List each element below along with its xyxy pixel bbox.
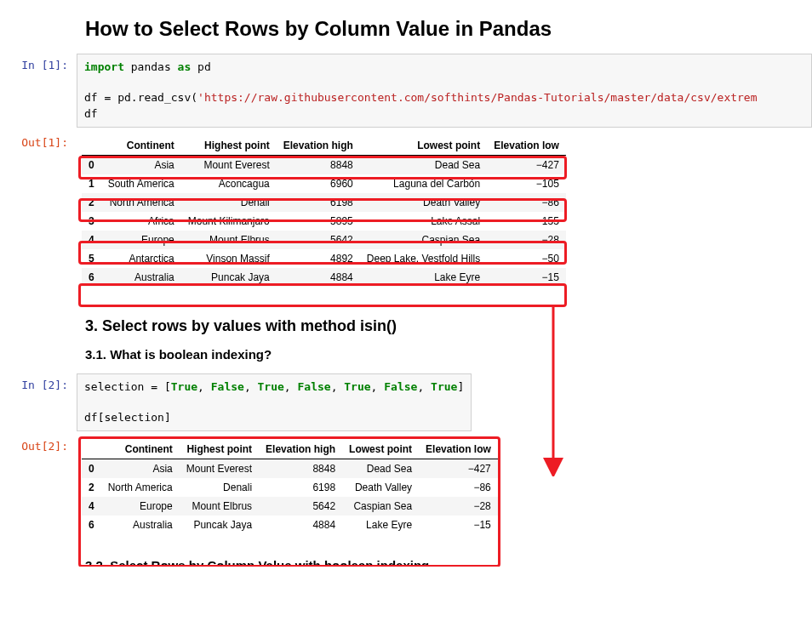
col-header: Highest point bbox=[181, 136, 277, 156]
cell: −15 bbox=[419, 516, 498, 534]
cell: Africa bbox=[101, 212, 181, 231]
cell: 5642 bbox=[259, 497, 342, 516]
table-row: 0AsiaMount Everest8848Dead Sea−427 bbox=[82, 459, 498, 479]
cell: 6960 bbox=[277, 174, 360, 193]
cell: −155 bbox=[487, 212, 566, 231]
cell: Mount Elbrus bbox=[180, 497, 259, 516]
cell: Death Valley bbox=[342, 478, 419, 497]
cell: Mount Kilimanjaro bbox=[181, 212, 277, 231]
kw-as: as bbox=[178, 60, 192, 73]
sep: , bbox=[197, 380, 211, 393]
col-header: Elevation high bbox=[259, 440, 342, 459]
table-row: 4EuropeMount Elbrus5642Caspian Sea−28 bbox=[82, 497, 498, 516]
cell: Dead Sea bbox=[360, 155, 487, 174]
cell: Lake Eyre bbox=[360, 268, 487, 287]
row-index: 6 bbox=[82, 268, 101, 287]
row-index: 4 bbox=[82, 497, 101, 516]
col-header: Continent bbox=[101, 440, 180, 459]
bool-false: False bbox=[298, 380, 331, 393]
output-area-2: ContinentHighest pointElevation highLowe… bbox=[77, 435, 812, 539]
code-text: [ bbox=[157, 380, 171, 393]
cell: Antarctica bbox=[101, 249, 181, 268]
cell: −105 bbox=[487, 174, 566, 193]
table-row: 6AustraliaPuncak Jaya4884Lake Eyre−15 bbox=[82, 516, 498, 534]
cell: Australia bbox=[101, 268, 181, 287]
code-text: read_csv( bbox=[138, 91, 197, 104]
table-row: 1South AmericaAconcagua6960Laguna del Ca… bbox=[82, 174, 566, 193]
dataframe-2: ContinentHighest pointElevation highLowe… bbox=[82, 440, 498, 534]
code-text: pandas bbox=[124, 60, 178, 73]
cell-out-2: Out[2]: ContinentHighest pointElevation … bbox=[0, 435, 812, 539]
table-row: 3AfricaMount Kilimanjaro5895Lake Assal−1… bbox=[82, 212, 566, 231]
bool-true: True bbox=[258, 380, 284, 393]
bool-true: True bbox=[171, 380, 197, 393]
code-text: df[selection] bbox=[84, 411, 171, 424]
table-row: 2North AmericaDenali6198Death Valley−86 bbox=[82, 193, 566, 212]
code-text: ] bbox=[457, 380, 464, 393]
cell: −427 bbox=[487, 155, 566, 174]
cell: North America bbox=[101, 193, 181, 212]
cell: Mount Everest bbox=[180, 459, 259, 479]
col-header bbox=[82, 440, 101, 459]
cell: 6198 bbox=[277, 193, 360, 212]
row-index: 6 bbox=[82, 516, 101, 534]
dataframe-1: ContinentHighest pointElevation highLowe… bbox=[82, 136, 566, 287]
code-text: pd bbox=[191, 60, 210, 73]
table-row: 4EuropeMount Elbrus5642Caspian Sea−28 bbox=[82, 231, 566, 249]
cell: Vinson Massif bbox=[181, 249, 277, 268]
cell: Europe bbox=[101, 497, 180, 516]
cell: 5895 bbox=[277, 212, 360, 231]
bool-false: False bbox=[384, 380, 417, 393]
code-block-2[interactable]: selection = [True, False, True, False, T… bbox=[77, 373, 472, 432]
section-heading-3-2-cutoff: 3.2. Select Rows by Column Value with bo… bbox=[85, 558, 812, 567]
code-text: df bbox=[84, 91, 104, 104]
cell: Asia bbox=[101, 155, 181, 174]
cell: −15 bbox=[487, 268, 566, 287]
cell: Lake Assal bbox=[360, 212, 487, 231]
cell: Lake Eyre bbox=[342, 516, 419, 534]
cell: −86 bbox=[419, 478, 498, 497]
cell: Caspian Sea bbox=[360, 231, 487, 249]
cell: Aconcagua bbox=[181, 174, 277, 193]
bool-true: True bbox=[431, 380, 457, 393]
cell: Australia bbox=[101, 516, 180, 534]
col-header: Continent bbox=[101, 136, 181, 156]
cell: North America bbox=[101, 478, 180, 497]
cell: Dead Sea bbox=[342, 459, 419, 479]
col-header: Elevation low bbox=[487, 136, 566, 156]
row-index: 2 bbox=[82, 193, 101, 212]
cell: Puncak Jaya bbox=[181, 268, 277, 287]
cell: −28 bbox=[487, 231, 566, 249]
code-block-1[interactable]: import pandas as pd df = pd.read_csv('ht… bbox=[77, 54, 812, 128]
table-row: 6AustraliaPuncak Jaya4884Lake Eyre−15 bbox=[82, 268, 566, 287]
cell-in-1: In [1]: import pandas as pd df = pd.read… bbox=[0, 54, 812, 128]
table-row: 2North AmericaDenali6198Death Valley−86 bbox=[82, 478, 498, 497]
cell-in-2: In [2]: selection = [True, False, True, … bbox=[0, 373, 812, 432]
section-heading-3-1: 3.1. What is boolean indexing? bbox=[85, 347, 812, 362]
table-row: 5AntarcticaVinson Massif4892Deep Lake, V… bbox=[82, 249, 566, 268]
str-url: 'https://raw.githubusercontent.com/softh… bbox=[197, 91, 757, 104]
row-index: 3 bbox=[82, 212, 101, 231]
op-dot: . bbox=[131, 91, 138, 104]
bool-false: False bbox=[211, 380, 244, 393]
cell: Denali bbox=[180, 478, 259, 497]
cell-out-1: Out[1]: ContinentHighest pointElevation … bbox=[0, 131, 812, 292]
page-title: How to Select Rows by Column Value in Pa… bbox=[85, 17, 812, 41]
cell: −50 bbox=[487, 249, 566, 268]
col-header: Highest point bbox=[180, 440, 259, 459]
cell: −28 bbox=[419, 497, 498, 516]
sep: , bbox=[284, 380, 298, 393]
kw-import: import bbox=[84, 60, 124, 73]
prompt-in-2: In [2]: bbox=[0, 373, 77, 391]
col-header: Lowest point bbox=[342, 440, 419, 459]
row-index: 0 bbox=[82, 459, 101, 479]
cell: 5642 bbox=[277, 231, 360, 249]
cell: Puncak Jaya bbox=[180, 516, 259, 534]
prompt-in-1: In [1]: bbox=[0, 54, 77, 71]
op-eq: = bbox=[151, 380, 157, 393]
cell: Death Valley bbox=[360, 193, 487, 212]
sep: , bbox=[371, 380, 385, 393]
cell: Caspian Sea bbox=[342, 497, 419, 516]
output-area-1: ContinentHighest pointElevation highLowe… bbox=[77, 131, 812, 292]
col-header bbox=[82, 136, 101, 156]
